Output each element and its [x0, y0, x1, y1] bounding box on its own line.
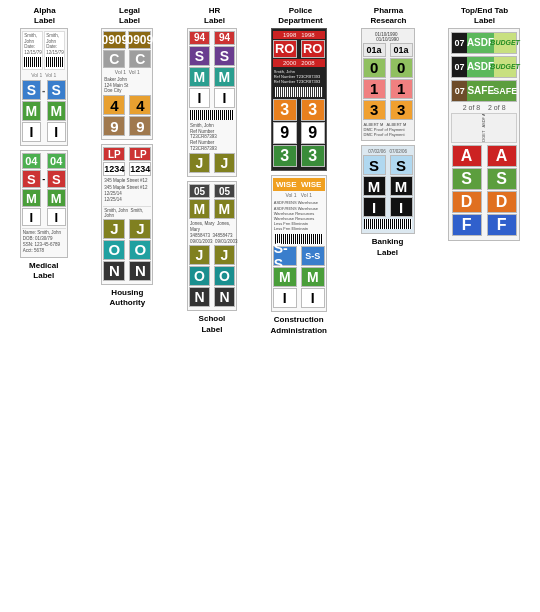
ph-spacer3	[387, 79, 389, 99]
alpha-top-section: Smith, JohnDate:12/15/79 Smith, JohnDate…	[22, 31, 66, 70]
legal-4-row: 4 4	[103, 95, 151, 115]
med-m-right: M	[47, 189, 66, 207]
banking-m-right: M	[390, 176, 413, 196]
tab-f-left: F	[452, 214, 482, 236]
h-spacer4	[126, 240, 128, 260]
med-s-row: S - S	[22, 170, 66, 188]
constr-vol: Vol 1 Vol 1	[273, 192, 325, 198]
construction-label-card: WISE WISE Vol 1 Vol 1 ASDF/RENS Warehous…	[271, 175, 327, 312]
med-spacer2	[42, 189, 46, 207]
police-3-row: 3 3	[273, 99, 325, 121]
hr-col: 94 94 S S M M I	[187, 28, 237, 335]
police-3-right: 3	[301, 99, 325, 121]
legal-9-right: 9	[129, 116, 151, 136]
hr-label-card: 94 94 S S M M I	[187, 28, 237, 177]
alpha-barcode-left	[24, 57, 42, 67]
header-titles: AlphaLabel LegalLabel HRLabel PoliceDepa…	[3, 6, 537, 27]
alpha-m-row: M M	[22, 101, 66, 121]
p-spacer3	[298, 122, 300, 144]
tab-budget-right2: BUDGET	[494, 57, 516, 77]
banking-s-right: S	[390, 155, 413, 175]
sc-spacer4	[211, 266, 213, 286]
legal-vol: Vol 1 Vol 1	[103, 69, 151, 75]
pharma-01a-right: 01a	[390, 43, 413, 57]
legal-0909-row: 0909 0909	[103, 31, 151, 49]
med-m-left: M	[22, 189, 41, 207]
housing-1234-right: 1234	[129, 162, 151, 176]
police-col: 1998 1998 RO RO 2000 2008 Smith, JohnRef…	[271, 28, 327, 336]
police-title: PoliceDepartment	[273, 6, 329, 27]
hr-spacer	[211, 31, 213, 45]
l-spacer3	[126, 95, 128, 115]
alpha-i-row: I I	[22, 122, 66, 142]
tab-spacer	[483, 145, 486, 167]
constr-ii-left: I	[273, 288, 297, 308]
police-9-left: 9	[273, 122, 297, 144]
construction-footer: ConstructionAdministration	[271, 315, 327, 336]
police-r0-right: RO	[301, 40, 325, 58]
alpha-info-right: Smith, JohnDate:12/15/79	[44, 31, 65, 70]
constr-ii-right: I	[301, 288, 325, 308]
constr-wise: WISE WISE	[273, 178, 325, 191]
banking-footer: BankingLabel	[372, 237, 404, 258]
legal-addr: Baker John124 Main StDoe City	[103, 76, 151, 96]
tab-a-left: A	[452, 145, 482, 167]
p-spacer4	[298, 145, 300, 167]
alpha-i-right: I	[47, 122, 66, 142]
med-m-row: M M	[22, 189, 66, 207]
police-ref-text: Smith, JohnRef Number T23CR87393Ref Numb…	[273, 68, 325, 86]
police-years-mid: 2000 2008	[273, 59, 325, 67]
housing-n-left: N	[103, 261, 125, 281]
bk-spacer2	[387, 176, 389, 196]
toptab-title: Top/End TabLabel	[449, 6, 521, 27]
h-spacer3	[126, 219, 128, 239]
housing-1234-left: 1234	[103, 162, 125, 176]
school-05-right: 05	[214, 184, 235, 198]
constr-mm-right: M	[301, 267, 325, 287]
h-spacer	[126, 147, 128, 161]
tab-d-right: D	[487, 191, 517, 213]
hr-i-left: I	[189, 88, 210, 108]
school-j-row: J J	[189, 245, 235, 265]
med-spacer	[42, 153, 46, 169]
hr-j-left: J	[189, 153, 210, 173]
school-m-right: M	[214, 199, 235, 219]
hr-m-left: M	[189, 67, 210, 87]
alpha-info-left: Smith, JohnDate:12/15/79	[22, 31, 43, 70]
hr-title: HRLabel	[190, 6, 240, 27]
tab-s-right: S	[487, 168, 517, 190]
housing-lp-row: LP LP	[103, 147, 151, 161]
tab-d-row: D D	[451, 191, 517, 213]
police-3b-row: 3 3	[273, 145, 325, 167]
banking-top-text: 07/02/06 07/02/06	[363, 148, 413, 155]
toptab-col: 07 ASDF BUDGET 07 ASDF BUDGET 07 SAFE SA…	[448, 28, 520, 241]
hr-j-right: J	[214, 153, 235, 173]
housing-lp-left: LP	[103, 147, 125, 161]
bk-spacer	[387, 155, 389, 175]
alpha-name-text-r: Smith, JohnDate:12/15/79	[46, 33, 63, 56]
alpha-title: AlphaLabel	[20, 6, 70, 27]
tab-s-left: S	[452, 168, 482, 190]
legal-9-left: 9	[103, 116, 125, 136]
banking-barcode	[364, 219, 412, 229]
pharma-date: 01/10/1990 01/10/1990	[363, 31, 413, 43]
med-04-left: 04	[22, 153, 41, 169]
pharma-mid-text: ALBERT M ALBERT MDMC Proof of PaymentDMC…	[363, 121, 413, 139]
alpha-m-right: M	[47, 101, 66, 121]
l-spacer2	[126, 50, 128, 68]
police-3b-right: 3	[301, 145, 325, 167]
school-addr: Jones, Mary Jones, Mary34858473 34858473…	[189, 220, 235, 245]
legal-title: LegalLabel	[103, 6, 157, 27]
constr-ss-left: S-S	[273, 246, 297, 266]
police-9-right: 9	[301, 122, 325, 144]
tab-budget-right: BUDGET	[494, 33, 516, 53]
school-footer: SchoolLabel	[199, 314, 226, 335]
banking-i-row: I I	[363, 197, 413, 217]
med-i-row: I I	[22, 208, 66, 226]
h-spacer5	[126, 261, 128, 281]
tab-spacer4	[483, 214, 486, 236]
med-i-left: I	[22, 208, 41, 226]
ph-spacer4	[387, 100, 389, 120]
alpha-spacer	[42, 101, 46, 121]
pharma-3-row: 3 3	[363, 100, 413, 120]
